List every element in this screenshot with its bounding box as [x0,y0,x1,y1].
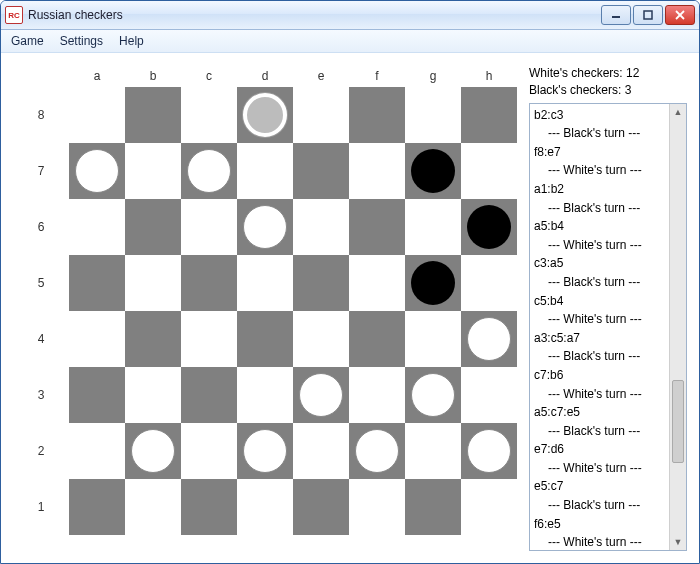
square-c5[interactable] [181,255,237,311]
scroll-down-icon[interactable]: ▼ [670,534,686,550]
square-g5[interactable] [405,255,461,311]
square-a4[interactable] [69,311,125,367]
square-h7[interactable] [461,143,517,199]
square-f4[interactable] [349,311,405,367]
square-d7[interactable] [237,143,293,199]
square-f3[interactable] [349,367,405,423]
white-piece[interactable] [467,429,511,473]
square-a5[interactable] [69,255,125,311]
square-d5[interactable] [237,255,293,311]
log-turn: --- Black's turn --- [534,124,666,143]
white-piece[interactable] [243,205,287,249]
white-piece[interactable] [411,373,455,417]
square-b8[interactable] [125,87,181,143]
square-d1[interactable] [237,479,293,535]
square-f6[interactable] [349,199,405,255]
black-piece[interactable] [411,149,455,193]
square-f5[interactable] [349,255,405,311]
square-c3[interactable] [181,367,237,423]
square-g6[interactable] [405,199,461,255]
square-b6[interactable] [125,199,181,255]
square-c4[interactable] [181,311,237,367]
square-h6[interactable] [461,199,517,255]
square-a2[interactable] [69,423,125,479]
square-c8[interactable] [181,87,237,143]
white-piece[interactable] [243,429,287,473]
square-h4[interactable] [461,311,517,367]
file-label-d: d [237,65,293,87]
square-e5[interactable] [293,255,349,311]
black-piece[interactable] [411,261,455,305]
scrollbar[interactable]: ▲ ▼ [669,104,686,550]
square-h2[interactable] [461,423,517,479]
white-piece[interactable] [75,149,119,193]
square-e8[interactable] [293,87,349,143]
square-h1[interactable] [461,479,517,535]
scroll-up-icon[interactable]: ▲ [670,104,686,120]
black-piece[interactable] [467,205,511,249]
square-f7[interactable] [349,143,405,199]
square-f1[interactable] [349,479,405,535]
menu-help[interactable]: Help [113,32,150,50]
titlebar[interactable]: RC Russian checkers [1,1,699,30]
square-a6[interactable] [69,199,125,255]
square-a8[interactable] [69,87,125,143]
square-d3[interactable] [237,367,293,423]
square-d8[interactable] [237,87,293,143]
white-count: White's checkers: 12 [529,65,687,82]
square-a7[interactable] [69,143,125,199]
square-g1[interactable] [405,479,461,535]
square-f2[interactable] [349,423,405,479]
square-d4[interactable] [237,311,293,367]
square-h5[interactable] [461,255,517,311]
square-g4[interactable] [405,311,461,367]
white-piece[interactable] [131,429,175,473]
square-e6[interactable] [293,199,349,255]
square-c6[interactable] [181,199,237,255]
square-b4[interactable] [125,311,181,367]
square-e2[interactable] [293,423,349,479]
square-c7[interactable] [181,143,237,199]
square-g2[interactable] [405,423,461,479]
maximize-button[interactable] [633,5,663,25]
minimize-button[interactable] [601,5,631,25]
square-b2[interactable] [125,423,181,479]
menu-settings[interactable]: Settings [54,32,109,50]
square-e7[interactable] [293,143,349,199]
file-label-g: g [405,65,461,87]
square-b7[interactable] [125,143,181,199]
square-a3[interactable] [69,367,125,423]
square-b3[interactable] [125,367,181,423]
log-move: a3:c5:a7 [534,329,666,348]
square-d2[interactable] [237,423,293,479]
square-b5[interactable] [125,255,181,311]
white-piece[interactable] [299,373,343,417]
square-e4[interactable] [293,311,349,367]
menu-game[interactable]: Game [5,32,50,50]
square-g7[interactable] [405,143,461,199]
file-label-e: e [293,65,349,87]
square-c2[interactable] [181,423,237,479]
checkers-board[interactable]: abcdefgh87654321 [13,65,517,535]
king-white-piece[interactable] [243,93,287,137]
square-e3[interactable] [293,367,349,423]
white-piece[interactable] [467,317,511,361]
square-a1[interactable] [69,479,125,535]
square-d6[interactable] [237,199,293,255]
square-g8[interactable] [405,87,461,143]
close-button[interactable] [665,5,695,25]
square-g3[interactable] [405,367,461,423]
square-f8[interactable] [349,87,405,143]
rank-label-8: 8 [13,87,69,143]
square-b1[interactable] [125,479,181,535]
scroll-thumb[interactable] [672,380,684,462]
window-controls [601,5,695,25]
square-h3[interactable] [461,367,517,423]
log-turn: --- White's turn --- [534,236,666,255]
white-piece[interactable] [355,429,399,473]
white-piece[interactable] [187,149,231,193]
log-move: e7:d6 [534,440,666,459]
square-c1[interactable] [181,479,237,535]
square-h8[interactable] [461,87,517,143]
square-e1[interactable] [293,479,349,535]
